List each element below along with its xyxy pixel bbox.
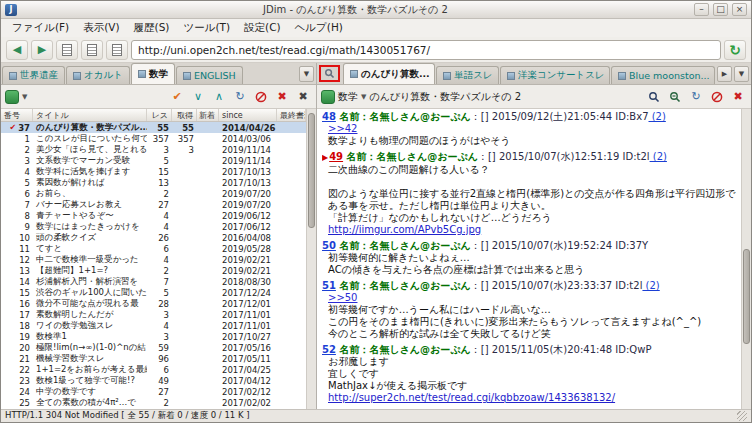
extract-button[interactable]	[666, 88, 684, 106]
post-number-link[interactable]: 49	[329, 151, 343, 162]
menu-item-4[interactable]: 設定(C)	[237, 20, 288, 36]
stop-thread-button[interactable]	[708, 88, 726, 106]
post-url-link[interactable]: http://iimgur.com/APvb5Cg.jpg	[328, 224, 481, 235]
column-header-got[interactable]: 取得	[172, 109, 197, 121]
thread-list-row[interactable]: 19数検準132017/10/27	[1, 331, 306, 342]
close-board-button[interactable]: ✖	[294, 88, 312, 106]
post-url-link[interactable]: http://super2ch.net/test/read.cgi/kqbbzo…	[328, 392, 615, 403]
column-header-number[interactable]: 番号	[1, 109, 33, 121]
thread-list-row[interactable]: 15渋谷のギャル100人に聞いた52017/12/24	[1, 287, 306, 298]
board-scrollbar-thumb[interactable]	[308, 113, 315, 228]
forward-button[interactable]: ▶	[31, 40, 53, 60]
post-number-link[interactable]: 51	[322, 280, 336, 291]
thread-list-row[interactable]: 21機械学習数学スレ962017/05/11	[1, 353, 306, 364]
menu-item-5[interactable]: ヘルプ(H)	[288, 20, 350, 36]
close-thread-button[interactable]: ✖	[729, 88, 747, 106]
minimize-button[interactable]: –	[694, 3, 709, 16]
column-header-lastwrite[interactable]: 最終書込	[277, 109, 306, 121]
stop-button[interactable]	[252, 88, 270, 106]
thread-list-row[interactable]: 3文系数学でマーカン受験52019/11/14	[1, 155, 306, 166]
search-button[interactable]	[645, 88, 663, 106]
board-name-label[interactable]: 数学	[338, 90, 358, 104]
posts-container[interactable]: 48 名前：名無しさん@おーぷん：[] 2015/09/12(土)21:05:4…	[317, 109, 741, 409]
thread-tab-1[interactable]: 単語スレ	[436, 66, 499, 84]
thread-list-row[interactable]: 9数学にはまったきっかけを42017/06/12	[1, 221, 306, 232]
close-button[interactable]: ×	[732, 3, 747, 16]
url-input[interactable]	[131, 40, 721, 60]
thread-list-row[interactable]: 14杉浦解析入門・解析演習を72018/08/30	[1, 276, 306, 287]
write-button[interactable]	[81, 40, 103, 60]
post-id-link[interactable]: ID:Bx7	[615, 111, 648, 122]
thread-tab-2[interactable]: 洋楽コンサートスレ	[500, 66, 610, 84]
back-button[interactable]: ◀	[6, 40, 28, 60]
thread-list-row[interactable]: 4数学科に活気を捧げます152017/10/13	[1, 166, 306, 177]
thread-list-row[interactable]: 221+1=2をお前らが考える最終62017/04/25	[1, 364, 306, 375]
reload-thread-button[interactable]: ↻	[687, 88, 705, 106]
board-select-dropdown-icon[interactable]: ▼	[361, 93, 366, 101]
thread-board-icon[interactable]	[321, 90, 335, 104]
board-dropdown-icon[interactable]: ▼	[22, 93, 27, 101]
thread-list-row[interactable]: 23数検1級って独学で可能!?492017/04/12	[1, 375, 306, 386]
post-count-link[interactable]: (2)	[642, 280, 659, 291]
thread-list-row[interactable]: 7バナー応募スレお教え272019/07/20	[1, 199, 306, 210]
column-header-since[interactable]: since	[219, 109, 277, 121]
maximize-button[interactable]: □	[713, 3, 728, 16]
thread-list-row[interactable]: ✔37のんびり算数・数学パズル...55552014/04/26	[1, 122, 306, 133]
thread-tab-scroll-right-button[interactable]: ▶	[717, 66, 732, 82]
board-tab-1[interactable]: オカルト	[66, 66, 130, 84]
board-tab-2[interactable]: 数学	[131, 63, 175, 84]
post-number-link[interactable]: 50	[322, 240, 336, 251]
thread-list-row[interactable]: 18ワイの数学勉強スレ42017/11/01	[1, 320, 306, 331]
thread-list-row[interactable]: 12中二で数検準一級受かった42019/02/21	[1, 254, 306, 265]
post-anchor-link[interactable]: >>42	[328, 123, 357, 134]
thread-list-row[interactable]: 5素因数が解ければ132017/10/13	[1, 177, 306, 188]
board-scrollbar[interactable]	[306, 109, 316, 409]
post-anchor-link[interactable]: >>50	[328, 292, 357, 303]
column-header-new[interactable]: 新着	[197, 109, 219, 121]
thread-list-row[interactable]: 25全ての素数の積が4π²…で22017/02/02	[1, 397, 306, 408]
thread-tab-3[interactable]: Blue moonston...	[611, 66, 715, 84]
scroll-down-button[interactable]: ∨	[189, 88, 207, 106]
thread-list-row[interactable]: 24中学の数学です272017/02/12	[1, 386, 306, 397]
post-id-link[interactable]: ID:t2l	[615, 280, 642, 291]
thread-list-row[interactable]: 13【超難問】1+1=?22019/02/21	[1, 265, 306, 276]
thread-list-row[interactable]: 11てすと62019/05/28	[1, 243, 306, 254]
thread-list-row[interactable]: 20極限!lim(n→∞)(1-0)^nの結592017/05/16	[1, 342, 306, 353]
thread-list-row[interactable]: 16微分不可能な点が現れる最282017/12/01	[1, 298, 306, 309]
delete-button[interactable]: ✖	[273, 88, 291, 106]
thread-list-row[interactable]: 17素数解明したんだが32017/11/01	[1, 309, 306, 320]
post-number-link[interactable]: 48	[322, 111, 336, 122]
board-tab-3[interactable]: ENGLISH	[176, 66, 243, 84]
thread-scrollbar-thumb[interactable]	[743, 249, 750, 344]
scroll-up-button[interactable]: ∧	[210, 88, 228, 106]
post-count-link[interactable]: (2)	[650, 151, 667, 162]
reload-board-button[interactable]: ↻	[231, 88, 249, 106]
board-tab-overflow-button[interactable]: ▼	[299, 66, 314, 82]
title-bar[interactable]: J JDim - のんびり算数・数学パズルその 2 – □ ×	[1, 1, 751, 19]
post-id-link[interactable]: ID:t2l	[622, 151, 649, 162]
menu-item-2[interactable]: 履歴(S)	[127, 20, 177, 36]
post-count-link[interactable]: (2)	[649, 111, 666, 122]
new-thread-button[interactable]	[56, 40, 78, 60]
thread-scrollbar[interactable]	[741, 109, 751, 409]
thread-list-row[interactable]: 2美少女「ほら見て、見とれる」332019/11/14	[1, 144, 306, 155]
check-update-button[interactable]: ✔	[168, 88, 186, 106]
open-url-button[interactable]	[106, 40, 128, 60]
thread-list-row[interactable]: 1このスレが目についたら何で3573572014/03/06	[1, 133, 306, 144]
menu-item-0[interactable]: ファイル(F)	[5, 20, 76, 36]
menu-item-1[interactable]: 表示(V)	[76, 20, 126, 36]
menu-item-3[interactable]: ツール(T)	[176, 20, 237, 36]
column-header-title[interactable]: タイトル	[33, 109, 147, 121]
open-url-go-button[interactable]: ↻	[724, 40, 746, 60]
thread-list-row[interactable]: 8青チャートやるぞ〜42019/06/12	[1, 210, 306, 221]
thread-list-row[interactable]: 10頭の柔軟クイズ262016/04/08	[1, 232, 306, 243]
resize-grip[interactable]	[737, 411, 747, 421]
post-number-link[interactable]: 52	[322, 344, 336, 355]
board-icon[interactable]	[5, 90, 19, 104]
thread-list-row[interactable]: 6お前ら、22019/07/20	[1, 188, 306, 199]
board-tab-0[interactable]: 世界遺産	[2, 66, 65, 84]
thread-tab-overflow-button[interactable]: ▼	[734, 66, 749, 82]
highlighted-toolbar-button[interactable]	[319, 65, 340, 82]
thread-tab-0[interactable]: のんびり算数...	[343, 63, 435, 84]
column-header-res[interactable]: レス	[147, 109, 172, 121]
